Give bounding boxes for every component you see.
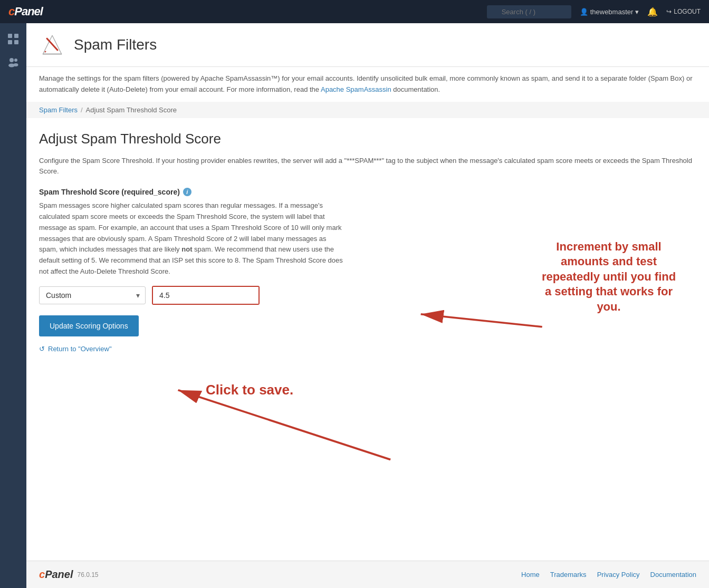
svg-line-13 [178, 390, 391, 459]
notifications-bell[interactable]: 🔔 [647, 7, 658, 17]
footer-version: 76.0.15 [77, 571, 98, 579]
page-header: Spam Filters [26, 23, 709, 67]
breadcrumb-current: Adjust Spam Threshold Score [86, 106, 177, 114]
description-suffix: documentation. [393, 85, 440, 93]
svg-rect-3 [14, 40, 18, 44]
logout-icon: ↪ [666, 8, 672, 15]
user-menu[interactable]: 👤 thewebmaster ▾ [580, 8, 639, 16]
svg-line-11 [421, 314, 542, 326]
svg-rect-0 [8, 34, 12, 38]
threshold-select[interactable]: Default Custom [40, 287, 145, 304]
sidebar [0, 23, 26, 588]
svg-rect-1 [14, 34, 18, 38]
search-wrapper [487, 5, 571, 18]
apache-spamassassin-link[interactable]: Apache SpamAssassin [321, 85, 391, 93]
field-desc-not: not [181, 245, 192, 253]
page-title: Spam Filters [74, 36, 157, 53]
annotation-container: Increment by small amounts and test repe… [26, 118, 709, 561]
breadcrumb: Spam Filters / Adjust Spam Threshold Sco… [26, 102, 709, 118]
footer-links: Home Trademarks Privacy Policy Documenta… [521, 571, 696, 579]
score-input[interactable] [153, 287, 258, 304]
svg-point-6 [14, 59, 17, 62]
username-label: thewebmaster [590, 8, 634, 16]
page-layout: Spam Filters Manage the settings for the… [0, 23, 709, 588]
footer-home-link[interactable]: Home [521, 571, 540, 579]
footer-privacy-link[interactable]: Privacy Policy [597, 571, 640, 579]
breadcrumb-parent-link[interactable]: Spam Filters [39, 106, 78, 114]
field-label: Spam Threshold Score (required_score) i [39, 188, 696, 196]
section-title: Adjust Spam Threshold Score [39, 131, 696, 147]
footer-documentation-link[interactable]: Documentation [650, 571, 696, 579]
update-scoring-button[interactable]: Update Scoring Options [39, 315, 139, 336]
logout-label: LOGOUT [674, 8, 701, 15]
footer-logo-text: cPanel [39, 568, 73, 581]
page-footer: cPanel 76.0.15 Home Trademarks Privacy P… [26, 561, 709, 588]
field-label-text: Spam Threshold Score (required_score) [39, 188, 180, 196]
return-icon: ↺ [39, 345, 45, 353]
top-navigation: cPanel 👤 thewebmaster ▾ 🔔 ↪ LOGOUT [0, 0, 709, 23]
nav-left: cPanel [8, 5, 43, 18]
return-link-text: Return to "Overview" [48, 345, 112, 353]
cpanel-logo: cPanel [8, 5, 43, 18]
user-icon: 👤 [580, 8, 588, 16]
controls-row: Default Custom ▾ [39, 286, 696, 305]
footer-trademarks-link[interactable]: Trademarks [550, 571, 587, 579]
search-input[interactable] [487, 5, 571, 18]
annotation-bottom-text: Click to save. [206, 382, 293, 398]
svg-point-7 [14, 63, 18, 66]
section-description: Configure the Spam Score Threshold. If y… [39, 156, 696, 178]
main-content: Spam Filters Manage the settings for the… [26, 23, 709, 588]
svg-point-4 [9, 58, 14, 62]
breadcrumb-separator: / [81, 106, 83, 114]
threshold-select-wrapper: Default Custom ▾ [39, 286, 146, 304]
return-overview-link[interactable]: ↺ Return to "Overview" [39, 345, 696, 353]
field-description: Spam messages score higher calculated sp… [39, 200, 345, 277]
page-description: Manage the settings for the spam filters… [26, 67, 709, 102]
content-area: Adjust Spam Threshold Score Configure th… [26, 118, 709, 561]
info-icon[interactable]: i [183, 188, 191, 196]
sidebar-users-icon[interactable] [4, 53, 23, 72]
chevron-down-icon: ▾ [635, 8, 639, 16]
svg-rect-2 [8, 40, 12, 44]
arrows-svg [26, 118, 709, 561]
logout-button[interactable]: ↪ LOGOUT [666, 8, 701, 15]
nav-right: 👤 thewebmaster ▾ 🔔 ↪ LOGOUT [487, 5, 701, 18]
sidebar-grid-icon[interactable] [4, 30, 23, 49]
spam-filters-icon [39, 32, 65, 58]
score-input-wrapper [152, 286, 260, 305]
footer-logo: cPanel 76.0.15 [39, 568, 99, 581]
